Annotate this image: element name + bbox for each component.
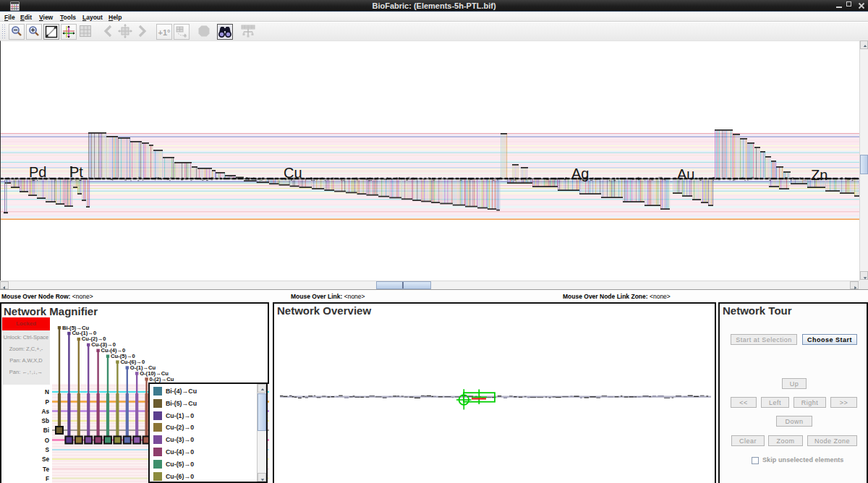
svg-text:0-(2)→Cu: 0-(2)→Cu — [150, 376, 174, 382]
svg-text:N: N — [45, 389, 49, 396]
svg-text:Bi: Bi — [43, 427, 49, 434]
svg-text:Zn: Zn — [811, 167, 827, 183]
svg-text:Se: Se — [42, 456, 49, 463]
svg-text:Pt: Pt — [69, 164, 83, 180]
svg-text:Au: Au — [677, 166, 694, 182]
svg-text:As: As — [42, 409, 50, 415]
svg-text:Ag: Ag — [571, 166, 589, 181]
svg-text:O: O — [45, 437, 50, 444]
svg-text:Pd: Pd — [29, 164, 46, 180]
svg-text:S: S — [46, 447, 50, 453]
svg-text:Sb: Sb — [42, 418, 49, 424]
svg-text:Te: Te — [43, 466, 49, 473]
svg-text:Cu: Cu — [284, 165, 302, 181]
svg-text:P: P — [46, 399, 50, 406]
svg-text:F: F — [46, 476, 49, 482]
